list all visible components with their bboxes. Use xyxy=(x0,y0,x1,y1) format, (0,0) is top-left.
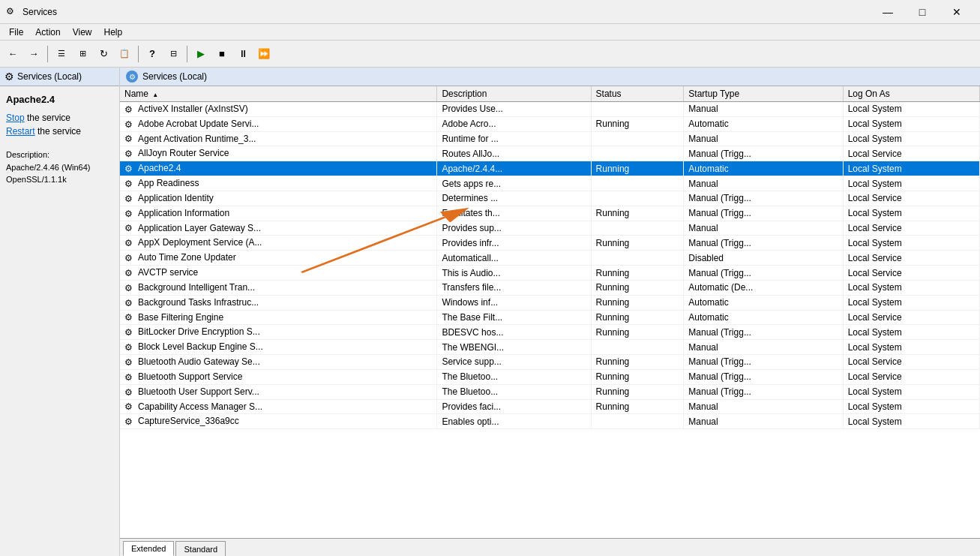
maximize-button[interactable]: □ xyxy=(905,0,940,24)
table-row[interactable]: ⚙Application InformationFacilitates th..… xyxy=(120,206,980,221)
table-row[interactable]: ⚙BitLocker Drive Encryption S...BDESVC h… xyxy=(120,325,980,340)
gear-icon: ⚙ xyxy=(124,238,135,248)
services-table-container[interactable]: Name ▲ Description Status Startup Type L… xyxy=(120,86,980,538)
service-status-cell xyxy=(591,221,684,236)
stop-link[interactable]: Stop xyxy=(6,113,25,123)
service-startup-cell: Automatic (De... xyxy=(684,280,843,295)
gear-icon: ⚙ xyxy=(124,298,135,308)
service-startup-cell: Manual (Trigg... xyxy=(684,191,843,206)
menu-view[interactable]: View xyxy=(67,26,98,39)
service-desc-cell: Provides faci... xyxy=(437,399,591,414)
service-logon-cell: Local System xyxy=(843,295,979,310)
service-logon-cell: Local System xyxy=(843,176,979,191)
service-status-cell: Running xyxy=(591,295,684,310)
service-status-cell: Running xyxy=(591,266,684,281)
service-desc-cell: Transfers file... xyxy=(437,280,591,295)
tab-bar: Extended Standard xyxy=(120,538,980,556)
stop-action: Stop the service xyxy=(6,113,113,123)
export-button[interactable]: ⊞ xyxy=(73,44,92,64)
table-row[interactable]: ⚙Agent Activation Runtime_3...Runtime fo… xyxy=(120,131,980,146)
service-startup-cell: Manual xyxy=(684,221,843,236)
table-row[interactable]: ⚙Block Level Backup Engine S...The WBENG… xyxy=(120,340,980,355)
table-row[interactable]: ⚙Background Tasks Infrastruc...Windows i… xyxy=(120,295,980,310)
menu-file[interactable]: File xyxy=(3,26,29,39)
restart-button[interactable]: ⏩ xyxy=(254,44,274,64)
menu-action[interactable]: Action xyxy=(29,26,66,39)
table-row[interactable]: ⚙App ReadinessGets apps re...ManualLocal… xyxy=(120,176,980,191)
back-button[interactable]: ← xyxy=(3,44,22,64)
right-panel-header: ⚙ Services (Local) xyxy=(120,68,980,86)
col-description[interactable]: Description xyxy=(437,86,591,102)
service-startup-cell: Automatic xyxy=(684,161,843,176)
table-row[interactable]: ⚙Apache2.4Apache/2.4.4...RunningAutomati… xyxy=(120,161,980,176)
table-row[interactable]: ⚙Base Filtering EngineThe Base Filt...Ru… xyxy=(120,310,980,325)
gear-icon: ⚙ xyxy=(124,119,135,130)
service-desc-cell: Gets apps re... xyxy=(437,176,591,191)
service-desc-cell: Routes AllJo... xyxy=(437,146,591,161)
gear-icon: ⚙ xyxy=(124,194,135,204)
col-name[interactable]: Name ▲ xyxy=(120,86,437,102)
left-panel-header: ⚙ Services (Local) xyxy=(0,68,119,86)
gear-icon: ⚙ xyxy=(124,372,135,383)
refresh-button[interactable]: ↻ xyxy=(94,44,113,64)
table-row[interactable]: ⚙Auto Time Zone UpdaterAutomaticall...Di… xyxy=(120,251,980,266)
service-logon-cell: Local System xyxy=(843,399,979,414)
menu-help[interactable]: Help xyxy=(98,26,129,39)
pause-button[interactable]: ⏸ xyxy=(233,44,253,64)
service-desc-cell: The Base Filt... xyxy=(437,310,591,325)
console-button[interactable]: ⊟ xyxy=(163,44,183,64)
gear-icon: ⚙ xyxy=(124,179,135,189)
stop-button[interactable]: ■ xyxy=(212,44,232,64)
service-description: Description: Apache/2.4.46 (Win64)OpenSS… xyxy=(6,149,113,186)
service-logon-cell: Local Service xyxy=(843,251,979,266)
right-panel-title: Services (Local) xyxy=(142,71,207,82)
service-logon-cell: Local System xyxy=(843,161,979,176)
service-desc-cell: Provides infr... xyxy=(437,236,591,251)
close-button[interactable]: ✕ xyxy=(940,0,974,24)
service-status-cell: Running xyxy=(591,310,684,325)
stop-text: the service xyxy=(25,113,70,123)
table-row[interactable]: ⚙CaptureService_336a9ccEnables opti...Ma… xyxy=(120,414,980,429)
service-name-cell: ⚙CaptureService_336a9cc xyxy=(120,414,437,429)
show-hide-button[interactable]: ☰ xyxy=(52,44,71,64)
gear-icon: ⚙ xyxy=(124,223,135,233)
table-row[interactable]: ⚙Bluetooth Support ServiceThe Bluetoo...… xyxy=(120,369,980,384)
service-logon-cell: Local System xyxy=(843,131,979,146)
service-status-cell: Running xyxy=(591,355,684,370)
restart-link[interactable]: Restart xyxy=(6,126,35,137)
help-button[interactable]: ? xyxy=(142,44,162,64)
table-row[interactable]: ⚙Bluetooth User Support Serv...The Bluet… xyxy=(120,384,980,399)
tab-extended[interactable]: Extended xyxy=(123,541,174,556)
window-title: Services xyxy=(22,7,871,17)
table-row[interactable]: ⚙ActiveX Installer (AxInstSV)Provides Us… xyxy=(120,102,980,117)
table-row[interactable]: ⚙Background Intelligent Tran...Transfers… xyxy=(120,280,980,295)
service-desc-cell: Apache/2.4.4... xyxy=(437,161,591,176)
minimize-button[interactable]: — xyxy=(871,0,905,24)
service-logon-cell: Local System xyxy=(843,280,979,295)
col-status[interactable]: Status xyxy=(591,86,684,102)
forward-button[interactable]: → xyxy=(24,44,43,64)
table-row[interactable]: ⚙Bluetooth Audio Gateway Se...Service su… xyxy=(120,355,980,370)
col-startup[interactable]: Startup Type xyxy=(684,86,843,102)
table-row[interactable]: ⚙Adobe Acrobat Update Servi...Adobe Acro… xyxy=(120,116,980,131)
properties-button[interactable]: 📋 xyxy=(115,44,134,64)
service-logon-cell: Local System xyxy=(843,325,979,340)
table-row[interactable]: ⚙Application Layer Gateway S...Provides … xyxy=(120,221,980,236)
tab-standard[interactable]: Standard xyxy=(175,541,226,556)
col-logon[interactable]: Log On As xyxy=(843,86,979,102)
service-name-cell: ⚙Bluetooth User Support Serv... xyxy=(120,384,437,399)
service-status-cell xyxy=(591,251,684,266)
table-row[interactable]: ⚙AppX Deployment Service (A...Provides i… xyxy=(120,236,980,251)
window-controls: — □ ✕ xyxy=(871,0,974,24)
table-row[interactable]: ⚙Application IdentityDetermines ...Manua… xyxy=(120,191,980,206)
table-row[interactable]: ⚙AllJoyn Router ServiceRoutes AllJo...Ma… xyxy=(120,146,980,161)
gear-icon: ⚙ xyxy=(124,387,135,398)
service-startup-cell: Manual (Trigg... xyxy=(684,146,843,161)
service-name-cell: ⚙Background Tasks Infrastruc... xyxy=(120,295,437,310)
service-startup-cell: Manual xyxy=(684,176,843,191)
play-button[interactable]: ▶ xyxy=(191,44,211,64)
left-panel: ⚙ Services (Local) Apache2.4 Stop the se… xyxy=(0,68,120,556)
table-row[interactable]: ⚙AVCTP serviceThis is Audio...RunningMan… xyxy=(120,266,980,281)
table-row[interactable]: ⚙Capability Access Manager S...Provides … xyxy=(120,399,980,414)
service-desc-cell: Adobe Acro... xyxy=(437,116,591,131)
